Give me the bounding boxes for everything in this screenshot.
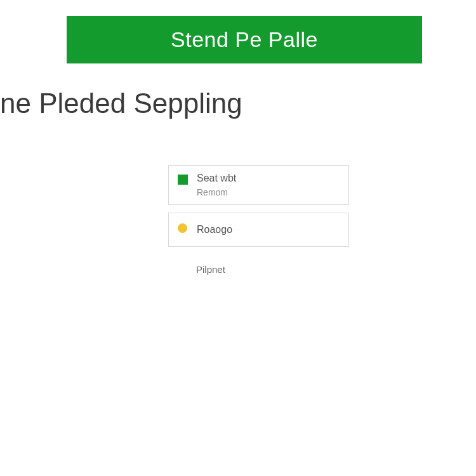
option-item-2[interactable]: Roaogo: [168, 213, 349, 247]
option-item-1[interactable]: Seat wbt Remom: [168, 165, 349, 205]
header-title: Stend Pe Palle: [171, 27, 318, 52]
option-label: Roaogo: [197, 223, 341, 237]
circle-icon: [178, 223, 187, 233]
option-label: Seat wbt: [197, 172, 341, 185]
option-label: Pilpnet: [196, 264, 341, 275]
option-sublabel: Remom: [197, 187, 341, 198]
page-subtitle: ne Pleded Seppling: [0, 88, 242, 119]
header-bar: Stend Pe Palle: [67, 16, 422, 63]
options-list: Seat wbt Remom Roaogo Pilpnet: [168, 165, 349, 293]
option-item-3[interactable]: Pilpnet: [168, 255, 349, 285]
square-icon: [178, 175, 188, 185]
